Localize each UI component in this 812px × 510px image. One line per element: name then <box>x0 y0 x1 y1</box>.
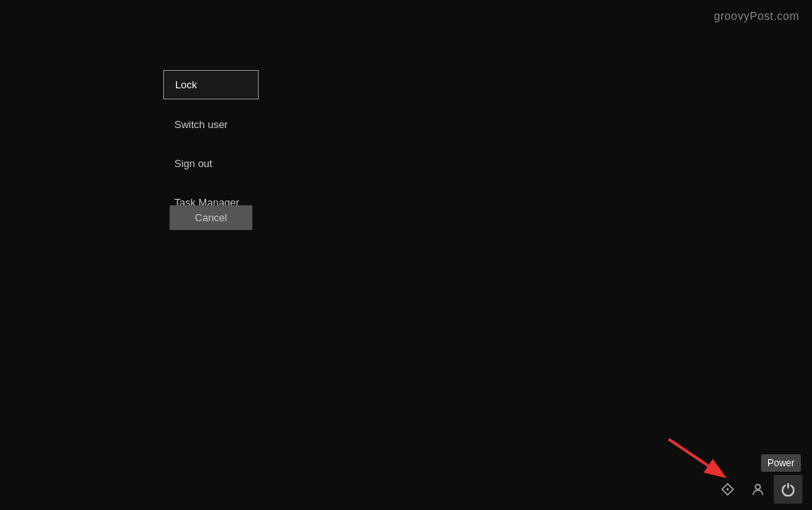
menu-spacer-1 <box>163 99 259 111</box>
svg-line-1 <box>669 439 722 475</box>
menu-item-sign-out[interactable]: Sign out <box>163 150 259 177</box>
menu-item-switch-user[interactable]: Switch user <box>163 111 259 138</box>
network-icon[interactable] <box>744 475 772 504</box>
power-tooltip: Power <box>761 454 801 472</box>
power-button[interactable] <box>774 475 802 504</box>
menu-spacer-3 <box>163 177 259 189</box>
taskbar-icons <box>713 475 802 504</box>
svg-point-3 <box>727 489 729 491</box>
menu-spacer-2 <box>163 138 259 150</box>
context-menu: Lock Switch user Sign out Task Manager <box>163 70 259 216</box>
menu-item-lock[interactable]: Lock <box>163 70 259 99</box>
watermark: groovyPost.com <box>714 10 799 22</box>
svg-point-4 <box>755 485 760 489</box>
cancel-button[interactable]: Cancel <box>170 205 252 230</box>
wifi-icon[interactable] <box>713 475 742 504</box>
